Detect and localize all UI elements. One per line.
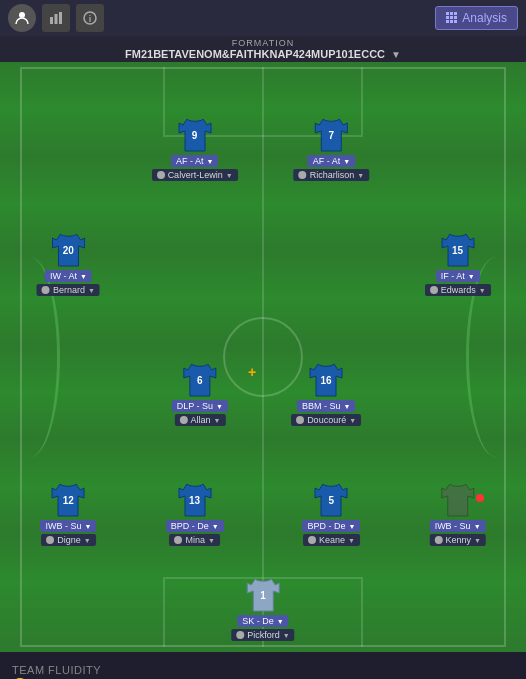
shirt-richarlison: 7 [313, 117, 349, 153]
bar-chart-icon-btn[interactable] [42, 4, 70, 32]
shirt-number-richarlison: 7 [329, 130, 335, 141]
shirt-digne: 12 [50, 482, 86, 518]
shirt-number-bernard: 20 [63, 245, 74, 256]
role-badge-keane[interactable]: BPD - De▼ [302, 520, 360, 532]
shirt-kenny [440, 482, 476, 518]
shirt-number-keane: 5 [329, 495, 335, 506]
player-name-keane[interactable]: Keane▼ [303, 534, 360, 546]
shirt-doucoure: 16 [308, 362, 344, 398]
player-name-digne[interactable]: Digne▼ [41, 534, 95, 546]
shirt-number-allan: 6 [197, 375, 203, 386]
shirt-number-mina: 13 [189, 495, 200, 506]
shirt-pickford: 1 [245, 577, 281, 613]
svg-rect-6 [446, 12, 449, 15]
role-badge-bernard[interactable]: IW - At▼ [45, 270, 92, 282]
shirt-bernard: 20 [50, 232, 86, 268]
player-name-bernard[interactable]: Bernard▼ [37, 284, 100, 296]
role-badge-pickford[interactable]: SK - De▼ [237, 615, 288, 627]
add-player-icon[interactable]: + [248, 364, 256, 380]
svg-rect-12 [446, 20, 449, 23]
player-bernard: 20 IW - At▼Bernard▼ [37, 232, 100, 296]
role-badge-doucoure[interactable]: BBM - Su▼ [297, 400, 355, 412]
role-badge-digne[interactable]: IWB - Su▼ [40, 520, 96, 532]
info-icon-btn[interactable]: i [76, 4, 104, 32]
shirt-number-edwards: 15 [452, 245, 463, 256]
role-badge-richarlison[interactable]: AF - At▼ [308, 155, 355, 167]
shirt-keane: 5 [313, 482, 349, 518]
bottom-info: TEAM FLUIDITY Flexible [0, 652, 526, 679]
player-name-doucoure[interactable]: Doucouré▼ [291, 414, 361, 426]
shirt-allan: 6 [182, 362, 218, 398]
svg-rect-7 [450, 12, 453, 15]
player-name-calvert-lewin[interactable]: Calvert-Lewin▼ [152, 169, 238, 181]
player-name-pickford[interactable]: Pickford▼ [231, 629, 294, 641]
analysis-button[interactable]: Analysis [435, 6, 518, 30]
player-doucoure: 16 BBM - Su▼Doucouré▼ [291, 362, 361, 426]
svg-point-0 [19, 12, 25, 18]
warning-dot [476, 494, 484, 502]
player-pickford: 1 SK - De▼Pickford▼ [231, 577, 294, 641]
player-calvert-lewin: 9 AF - At▼Calvert-Lewin▼ [152, 117, 238, 181]
role-badge-calvert-lewin[interactable]: AF - At▼ [171, 155, 218, 167]
formation-dropdown-arrow[interactable]: ▼ [391, 49, 401, 60]
player-name-kenny[interactable]: Kenny▼ [429, 534, 485, 546]
formation-bar: FORMATION FM21BETAVENOM&FAITHKNAP424MUP1… [0, 36, 526, 62]
player-allan: 6 DLP - Su▼Allan▼ [172, 362, 228, 426]
player-name-allan[interactable]: Allan▼ [174, 414, 225, 426]
player-keane: 5 BPD - De▼Keane▼ [302, 482, 360, 546]
shirt-mina: 13 [177, 482, 213, 518]
shirt-number-calvert-lewin: 9 [192, 130, 198, 141]
svg-rect-11 [454, 16, 457, 19]
shirt-calvert-lewin: 9 [177, 117, 213, 153]
svg-rect-9 [446, 16, 449, 19]
player-mina: 13 BPD - De▼Mina▼ [166, 482, 224, 546]
player-edwards: 15 IF - At▼Edwards▼ [425, 232, 491, 296]
role-badge-allan[interactable]: DLP - Su▼ [172, 400, 228, 412]
top-bar: i Analysis [0, 0, 526, 36]
player-name-edwards[interactable]: Edwards▼ [425, 284, 491, 296]
player-richarlison: 7 AF - At▼Richarlison▼ [294, 117, 369, 181]
svg-rect-3 [59, 12, 62, 24]
person-icon-btn[interactable] [8, 4, 36, 32]
svg-text:i: i [89, 14, 92, 24]
pitch: + 9 AF - At▼Calvert-Lewin▼ 7 AF - At▼Ric… [0, 62, 526, 652]
svg-rect-2 [55, 14, 58, 24]
svg-rect-14 [454, 20, 457, 23]
player-digne: 12 IWB - Su▼Digne▼ [40, 482, 96, 546]
svg-rect-1 [50, 17, 53, 24]
player-name-mina[interactable]: Mina▼ [169, 534, 219, 546]
shirt-number-digne: 12 [63, 495, 74, 506]
role-badge-edwards[interactable]: IF - At▼ [436, 270, 480, 282]
shirt-edwards: 15 [440, 232, 476, 268]
svg-rect-8 [454, 12, 457, 15]
shirt-number-pickford: 1 [260, 590, 266, 601]
svg-rect-10 [450, 16, 453, 19]
shirt-number-doucoure: 16 [321, 375, 332, 386]
player-kenny: IWB - Su▼Kenny▼ [429, 482, 485, 546]
top-bar-controls: i [8, 4, 104, 32]
player-name-richarlison[interactable]: Richarlison▼ [294, 169, 369, 181]
role-badge-kenny[interactable]: IWB - Su▼ [430, 520, 486, 532]
role-badge-mina[interactable]: BPD - De▼ [166, 520, 224, 532]
svg-rect-13 [450, 20, 453, 23]
